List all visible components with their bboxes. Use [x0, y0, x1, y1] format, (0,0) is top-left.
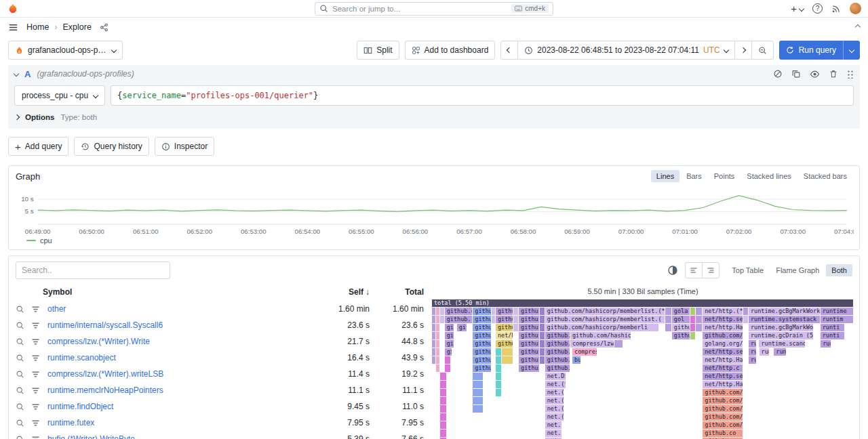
- sandwich-view-icon[interactable]: [31, 354, 41, 362]
- run-query-caret[interactable]: [843, 41, 860, 60]
- flame-node[interactable]: [614, 340, 623, 348]
- flame-node[interactable]: gola: [672, 308, 690, 315]
- flame-node[interactable]: githu: [519, 316, 540, 323]
- flame-node[interactable]: net/http.(*c: [703, 308, 743, 315]
- sandwich-view-icon[interactable]: [31, 419, 41, 427]
- drag-handle[interactable]: [847, 69, 854, 79]
- symbol-link[interactable]: other: [47, 304, 311, 314]
- flame-node[interactable]: [445, 356, 451, 364]
- flame-node[interactable]: net/http.c: [703, 364, 743, 372]
- profile-type-selector[interactable]: process_cpu - cpu: [14, 85, 105, 106]
- search-symbol-icon[interactable]: [16, 305, 26, 314]
- flame-node[interactable]: githu: [473, 356, 492, 364]
- flame-node[interactable]: net/http.Han: [703, 381, 743, 388]
- symbol-link[interactable]: runtime.memclrNoHeapPointers: [47, 385, 311, 395]
- flame-node[interactable]: [665, 324, 672, 331]
- flame-node[interactable]: github.co: [545, 364, 570, 372]
- flame-node[interactable]: githu: [473, 308, 492, 315]
- flame-node[interactable]: github.co: [545, 340, 570, 348]
- time-range-button[interactable]: 2023-08-22 06:48:51 to 2023-08-22 07:04:…: [517, 41, 734, 60]
- sandwich-view-icon[interactable]: [31, 321, 41, 330]
- flame-node[interactable]: [445, 364, 451, 372]
- search-symbol-icon[interactable]: [16, 321, 26, 330]
- flame-node[interactable]: net.(*: [545, 413, 564, 421]
- flame-node[interactable]: run: [749, 340, 757, 348]
- flame-node[interactable]: githu: [519, 332, 540, 339]
- query-history-button[interactable]: Query history: [74, 137, 149, 156]
- zoom-out-button[interactable]: [751, 41, 774, 60]
- search-symbol-icon[interactable]: [16, 435, 26, 439]
- flame-node[interactable]: git: [445, 340, 454, 348]
- column-self[interactable]: Self ↓: [311, 287, 370, 297]
- flame-node[interactable]: githu: [473, 348, 492, 356]
- sandwich-view-icon[interactable]: [31, 370, 41, 379]
- flame-node[interactable]: [440, 397, 446, 404]
- flame-node[interactable]: [440, 373, 446, 380]
- flame-node[interactable]: github.: [445, 316, 473, 323]
- flame-node[interactable]: [540, 356, 545, 364]
- flame-node[interactable]: [665, 308, 672, 315]
- flame-node[interactable]: github.com/hashicorp: [570, 332, 631, 339]
- flame-node[interactable]: githu: [473, 332, 492, 339]
- flame-node[interactable]: github.com/hashicorp/memberlist.(*: [545, 308, 665, 315]
- search-symbol-icon[interactable]: [16, 386, 26, 395]
- flame-node[interactable]: [540, 316, 545, 323]
- search-symbol-icon[interactable]: [16, 354, 26, 362]
- flame-node[interactable]: net.(: [545, 389, 564, 396]
- search-symbol-icon[interactable]: [16, 370, 26, 379]
- symbol-link[interactable]: runtime/internal/syscall.Syscall6: [47, 320, 311, 330]
- flame-node[interactable]: githu: [519, 364, 540, 372]
- sandwich-view-icon[interactable]: [31, 305, 41, 314]
- flame-node[interactable]: git: [457, 324, 467, 331]
- time-forward-button[interactable]: [734, 41, 752, 60]
- flame-node[interactable]: net.(*: [545, 381, 566, 388]
- flame-node[interactable]: net/h: [496, 332, 513, 339]
- flame-node[interactable]: run: [749, 348, 757, 356]
- flame-node[interactable]: [473, 381, 484, 388]
- flame-node[interactable]: [513, 308, 519, 315]
- view-toggle-both[interactable]: Both: [826, 264, 852, 276]
- flame-node[interactable]: net/http.ser: [703, 373, 743, 380]
- symbol-link[interactable]: runtime.scanobject: [47, 353, 311, 362]
- flame-node[interactable]: github.com/g: [703, 332, 743, 339]
- help-icon[interactable]: ?: [812, 3, 823, 14]
- view-toggle-top-table[interactable]: Top Table: [726, 264, 769, 276]
- flame-node[interactable]: [440, 405, 446, 413]
- time-back-button[interactable]: [500, 41, 518, 60]
- flame-node[interactable]: [540, 324, 545, 331]
- cpu-usage-chart[interactable]: 5 s10 s06:49:0006:50:0006:51:0006:52:000…: [9, 184, 859, 236]
- flame-node[interactable]: github.com/s: [703, 413, 743, 421]
- add-to-dashboard-button[interactable]: Add to dashboard: [405, 41, 496, 60]
- flame-node[interactable]: runtime.gcBgMarkWorke: [749, 324, 814, 331]
- flame-node[interactable]: run: [760, 348, 770, 356]
- flame-node[interactable]: [502, 356, 513, 364]
- query-options-row[interactable]: Options Type: both: [8, 108, 860, 127]
- symbol-search-input[interactable]: [16, 262, 170, 279]
- flame-node[interactable]: [473, 405, 484, 413]
- flame-node[interactable]: bu: [572, 356, 580, 364]
- symbol-link[interactable]: compress/lzw.(*Writer).writeLSB: [47, 369, 311, 379]
- flame-node[interactable]: [473, 373, 484, 380]
- flame-node[interactable]: runti: [821, 324, 846, 331]
- flame-node[interactable]: net.(: [545, 421, 562, 429]
- flame-node[interactable]: [496, 364, 502, 372]
- news-icon[interactable]: [831, 4, 841, 14]
- hide-response-icon[interactable]: [810, 69, 820, 79]
- flame-node[interactable]: [502, 348, 513, 356]
- flame-node[interactable]: net.Di: [545, 373, 566, 380]
- sandwich-view-icon[interactable]: [31, 337, 41, 346]
- flame-node[interactable]: net/http.Han: [703, 324, 743, 331]
- sandwich-view-icon[interactable]: [31, 402, 41, 411]
- flame-node[interactable]: [440, 413, 446, 421]
- flame-node[interactable]: github.co: [703, 430, 743, 437]
- add-query-button[interactable]: + Add query: [8, 137, 68, 156]
- flame-node[interactable]: total (5.50 min): [432, 299, 854, 307]
- split-button[interactable]: Split: [357, 41, 399, 60]
- breadcrumb-explore[interactable]: Explore: [63, 22, 92, 32]
- align-right-icon[interactable]: [702, 262, 719, 278]
- symbol-link[interactable]: runtime.findObject: [47, 402, 311, 411]
- flame-node[interactable]: github.c: [545, 356, 570, 364]
- flame-node[interactable]: [665, 316, 672, 323]
- global-search[interactable]: Search or jump to... cmd+k: [315, 2, 553, 16]
- flame-node[interactable]: [473, 389, 484, 396]
